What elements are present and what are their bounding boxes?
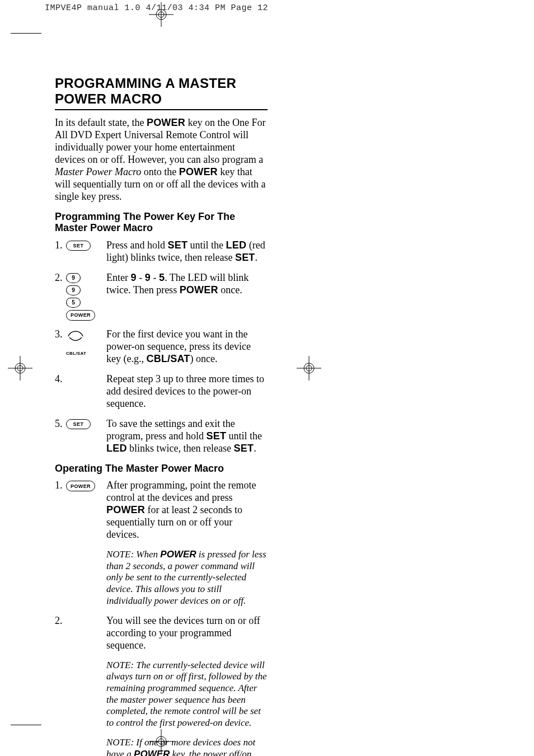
text: You will see the devices turn on or off … (106, 615, 268, 652)
step-icons: SET (66, 418, 106, 429)
digit-button-icon: 9 (66, 273, 81, 283)
text: After programming, point the remote cont… (106, 480, 256, 503)
step-text: You will see the devices turn on or off … (106, 615, 268, 756)
bold-text: 5 (159, 272, 165, 283)
text: blinks twice, then release (127, 443, 234, 454)
bold-text: POWER (147, 117, 185, 128)
bold-text: SET (235, 252, 255, 263)
step-number: 1. (55, 480, 66, 491)
set-button-icon: SET (66, 241, 91, 251)
step-icons: POWER (66, 480, 106, 491)
step-icons (66, 373, 106, 374)
text: - (151, 272, 159, 283)
bold-text: POWER (160, 549, 196, 560)
bold-text: POWER (134, 749, 170, 756)
text: ) once. (190, 353, 218, 364)
note-text: NOTE: If one or more devices does not ha… (106, 737, 268, 756)
crop-mark (11, 33, 41, 34)
step-number: 2. (55, 272, 66, 284)
step-number: 3. (55, 328, 66, 340)
step-text: To save the settings and exit the progra… (106, 418, 268, 455)
power-button-icon: POWER (66, 310, 95, 321)
set-button-icon: SET (66, 419, 91, 429)
registration-mark-icon (299, 358, 319, 378)
digit-button-icon: 5 (66, 298, 81, 308)
bold-text: 9 (145, 272, 151, 283)
page-content: PROGRAMMING A MASTER POWER MACRO In its … (55, 76, 268, 756)
subsection-title: Operating The Master Power Macro (55, 463, 268, 475)
bold-text: SET (168, 240, 188, 251)
bold-text: CBL/SAT (146, 353, 190, 364)
crop-mark (11, 725, 41, 725)
step-text: Repeat step 3 up to three more times to … (106, 373, 268, 410)
text: once. (218, 284, 242, 295)
text: onto the (141, 166, 179, 177)
text: . (255, 252, 258, 263)
bold-text: LED (106, 443, 127, 454)
subsection-title: Programming The Power Key For The Master… (55, 211, 268, 234)
note-text: NOTE: When POWER is pressed for less tha… (106, 549, 268, 607)
bold-text: POWER (180, 284, 218, 295)
step-icons (66, 615, 106, 616)
text: . (254, 443, 256, 454)
bold-text: 9 (130, 272, 136, 283)
bold-text: POWER (179, 166, 218, 177)
step-number: 2. (55, 615, 66, 627)
registration-mark-icon (151, 4, 171, 25)
device-button-icon (66, 330, 85, 349)
step-icons: SET (66, 240, 106, 251)
text: NOTE: When (106, 549, 160, 560)
step-number: 4. (55, 373, 66, 385)
step-text: Press and hold SET until the LED (red li… (106, 240, 268, 264)
registration-mark-icon (10, 358, 30, 378)
step-row: 5. SET To save the settings and exit the… (55, 418, 268, 455)
note-text: NOTE: The currently-selected device will… (106, 660, 268, 729)
step-text: For the first device you want in the pow… (106, 328, 268, 365)
bold-text: SET (206, 430, 226, 442)
text: until the (226, 430, 262, 442)
step-text: Enter 9 - 9 - 5. The LED will blink twic… (106, 272, 268, 297)
step-row: 1. POWER After programming, point the re… (55, 480, 268, 607)
italic-text: Master Power Macro (55, 166, 141, 177)
step-number: 1. (55, 240, 66, 251)
step-text: After programming, point the remote cont… (106, 480, 268, 607)
step-number: 5. (55, 418, 66, 430)
text: - (137, 272, 145, 283)
step-icons: 9 9 5 POWER (66, 272, 106, 321)
step-row: 4. Repeat step 3 up to three more times … (55, 373, 268, 410)
step-row: 2. 9 9 5 POWER Enter 9 - 9 - 5. The LED … (55, 272, 268, 321)
text: Enter (106, 272, 130, 283)
text: In its default state, the (55, 117, 147, 128)
power-button-icon: POWER (66, 481, 95, 491)
section-title: PROGRAMMING A MASTER POWER MACRO (55, 76, 268, 110)
step-row: 2. You will see the devices turn on or o… (55, 615, 268, 756)
intro-paragraph: In its default state, the POWER key on t… (55, 117, 268, 203)
bold-text: SET (234, 443, 254, 454)
text: until the (188, 240, 226, 251)
text: Repeat step 3 up to three more times to … (106, 373, 268, 410)
bold-text: LED (226, 240, 247, 251)
text: Press and hold (106, 240, 168, 251)
step-icons: CBL/SAT (66, 328, 106, 356)
bold-text: POWER (106, 504, 145, 515)
step-row: 3. CBL/SAT For the first device you want… (55, 328, 268, 365)
step-row: 1. SET Press and hold SET until the LED … (55, 240, 268, 264)
digit-button-icon: 9 (66, 285, 81, 295)
device-button-label: CBL/SAT (66, 351, 86, 356)
